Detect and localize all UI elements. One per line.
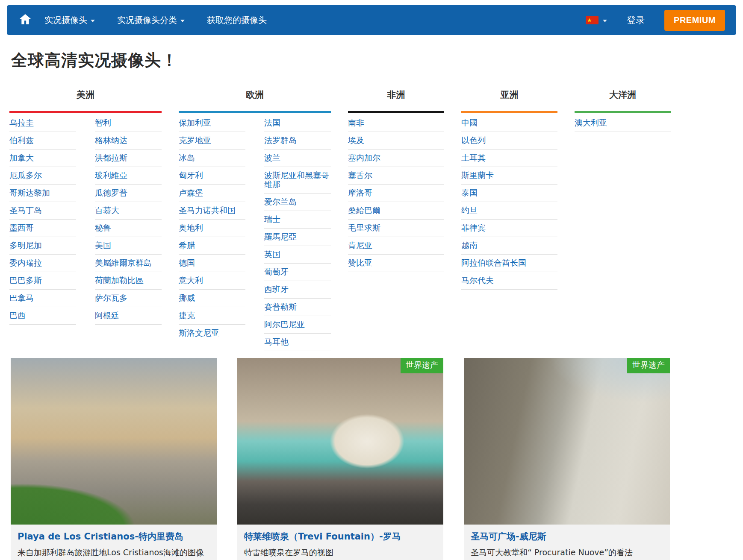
- country-link[interactable]: 委内瑞拉: [9, 258, 42, 267]
- country-link[interactable]: 法罗群岛: [264, 135, 297, 145]
- country-link[interactable]: 爱尔兰岛: [264, 197, 297, 206]
- country-link[interactable]: 西班牙: [264, 284, 289, 294]
- country-link[interactable]: 羅馬尼亞: [264, 232, 297, 241]
- country-link[interactable]: 伯利兹: [9, 135, 34, 145]
- country-link[interactable]: 格林纳达: [95, 135, 127, 145]
- country-link[interactable]: 阿尔巴尼亚: [264, 320, 305, 329]
- country-link[interactable]: 巴拿马: [9, 293, 34, 302]
- webcam-title-link[interactable]: Playa de Los Cristianos-特内里费岛: [18, 531, 210, 542]
- country-list-item: 斯洛文尼亚: [179, 325, 245, 342]
- country-link[interactable]: 智利: [95, 118, 111, 127]
- country-link[interactable]: 毛里求斯: [348, 223, 380, 232]
- country-link[interactable]: 葡萄牙: [264, 267, 289, 276]
- country-link[interactable]: 南非: [348, 118, 364, 127]
- country-link[interactable]: 越南: [461, 240, 478, 250]
- webcam-thumbnail[interactable]: 世界遗产: [464, 358, 670, 525]
- country-link[interactable]: 摩洛哥: [348, 188, 372, 197]
- country-link[interactable]: 约旦: [461, 205, 478, 215]
- country-link[interactable]: 德国: [179, 258, 195, 267]
- country-link[interactable]: 保加利亚: [179, 118, 211, 127]
- country-link[interactable]: 匈牙利: [179, 170, 203, 180]
- country-link[interactable]: 阿根廷: [95, 311, 119, 320]
- country-link[interactable]: 法国: [264, 118, 280, 127]
- country-list-item: 阿拉伯联合酋长国: [461, 255, 557, 272]
- country-link[interactable]: 乌拉圭: [9, 118, 34, 127]
- continent-title: 欧洲: [179, 89, 331, 113]
- country-list-item: 约旦: [461, 202, 557, 220]
- country-link[interactable]: 多明尼加: [9, 240, 42, 250]
- country-link[interactable]: 洪都拉斯: [95, 153, 127, 162]
- country-link[interactable]: 荷蘭加勒比區: [95, 276, 144, 285]
- country-list-item: 波兰: [264, 150, 331, 167]
- country-link[interactable]: 賽普勒斯: [264, 302, 297, 311]
- country-link[interactable]: 冰岛: [179, 153, 195, 162]
- continent-title: 亚洲: [461, 89, 557, 113]
- country-link[interactable]: 土耳其: [461, 153, 486, 162]
- country-link[interactable]: 圣马力诺共和国: [179, 205, 236, 215]
- country-link[interactable]: 卢森堡: [179, 188, 203, 197]
- country-list-item: 智利: [95, 114, 162, 132]
- country-link[interactable]: 波兰: [264, 153, 280, 162]
- country-link[interactable]: 泰国: [461, 188, 478, 197]
- country-link[interactable]: 美屬維爾京群島: [95, 258, 152, 267]
- country-link[interactable]: 捷克: [179, 311, 195, 320]
- country-link[interactable]: 马尔代夫: [461, 276, 494, 285]
- country-list-item: 荷蘭加勒比區: [95, 272, 162, 290]
- country-link[interactable]: 意大利: [179, 276, 203, 285]
- country-link[interactable]: 埃及: [348, 135, 364, 145]
- continent-title: 非洲: [348, 89, 444, 113]
- country-link[interactable]: 斯里蘭卡: [461, 170, 494, 180]
- country-link[interactable]: 哥斯达黎加: [9, 188, 50, 197]
- country-link[interactable]: 圣马丁岛: [9, 205, 42, 215]
- country-link[interactable]: 塞舌尔: [348, 170, 372, 180]
- webcam-description: 圣马可大教堂和“ Procuratie Nuove”的看法: [471, 547, 663, 558]
- country-link[interactable]: 斯洛文尼亚: [179, 328, 219, 337]
- webcam-title-link[interactable]: 圣马可广场-威尼斯: [471, 531, 663, 542]
- webcam-thumbnail[interactable]: [11, 358, 217, 525]
- country-link[interactable]: 厄瓜多尔: [9, 170, 42, 180]
- country-link[interactable]: 阿拉伯联合酋长国: [461, 258, 526, 267]
- country-link[interactable]: 玻利維亞: [95, 170, 127, 180]
- webcam-thumbnail[interactable]: 世界遗产: [237, 358, 443, 525]
- nav-item-label: 实况摄像头: [44, 15, 87, 26]
- country-link[interactable]: 桑給巴爾: [348, 205, 380, 215]
- country-link[interactable]: 波斯尼亚和黑塞哥维那: [264, 170, 329, 189]
- country-link[interactable]: 奥地利: [179, 223, 203, 232]
- country-link[interactable]: 加拿大: [9, 153, 34, 162]
- country-list-item: 法国: [264, 114, 331, 132]
- nav-item-live-cams[interactable]: 实况摄像头: [44, 15, 95, 26]
- country-link[interactable]: 菲律宾: [461, 223, 486, 232]
- nav-item-get-your-cam[interactable]: 获取您的摄像头: [207, 15, 267, 26]
- country-link[interactable]: 秘鲁: [95, 223, 111, 232]
- country-link[interactable]: 马耳他: [264, 337, 289, 346]
- country-list-item: 肯尼亚: [348, 237, 444, 255]
- country-link[interactable]: 赞比亚: [348, 258, 372, 267]
- country-link[interactable]: 澳大利亚: [575, 118, 607, 127]
- country-link[interactable]: 萨尔瓦多: [95, 293, 127, 302]
- continent-section: 美洲乌拉圭伯利兹加拿大厄瓜多尔哥斯达黎加圣马丁岛墨西哥多明尼加委内瑞拉巴巴多斯巴…: [9, 89, 162, 351]
- home-button[interactable]: [18, 13, 32, 27]
- language-selector[interactable]: ★: [586, 16, 607, 24]
- country-link[interactable]: 挪威: [179, 293, 195, 302]
- country-link[interactable]: 塞内加尔: [348, 153, 380, 162]
- country-link[interactable]: 以色列: [461, 135, 486, 145]
- country-link[interactable]: 克罗地亚: [179, 135, 211, 145]
- country-link[interactable]: 瓜德罗普: [95, 188, 127, 197]
- country-link[interactable]: 瑞士: [264, 214, 280, 224]
- country-link[interactable]: 希腊: [179, 240, 195, 250]
- country-link[interactable]: 墨西哥: [9, 223, 34, 232]
- country-link[interactable]: 英国: [264, 249, 280, 259]
- country-list-item: 萨尔瓦多: [95, 290, 162, 307]
- country-link[interactable]: 美国: [95, 240, 111, 250]
- country-list-item: 奥地利: [179, 220, 245, 237]
- premium-button[interactable]: PREMIUM: [664, 10, 725, 31]
- country-list-item: 美屬維爾京群島: [95, 255, 162, 272]
- country-link[interactable]: 中國: [461, 118, 478, 127]
- country-link[interactable]: 百慕大: [95, 205, 119, 215]
- country-link[interactable]: 巴巴多斯: [9, 276, 42, 285]
- country-link[interactable]: 巴西: [9, 311, 26, 320]
- login-link[interactable]: 登录: [627, 14, 645, 26]
- country-link[interactable]: 肯尼亚: [348, 240, 372, 250]
- nav-item-cam-categories[interactable]: 实况摄像头分类: [117, 15, 185, 26]
- webcam-title-link[interactable]: 特莱维喷泉（Trevi Fountain）-罗马: [244, 531, 436, 542]
